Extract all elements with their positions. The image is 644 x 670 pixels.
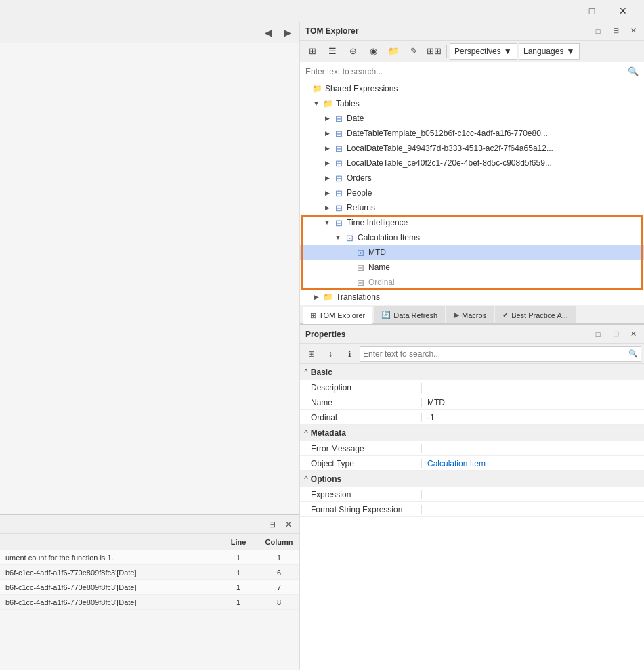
- toolbar-folder-icon[interactable]: 📁: [384, 42, 403, 61]
- props-row-error-message[interactable]: Error Message: [300, 441, 644, 456]
- tab-icon-macros: ▶: [454, 311, 459, 319]
- tree-item-tables[interactable]: ▼📁Tables: [300, 96, 644, 111]
- tab-icon-data-refresh: 🔄: [381, 311, 391, 319]
- props-search-input[interactable]: [363, 349, 628, 359]
- tree-expander-time-intelligence[interactable]: ▼: [322, 215, 332, 230]
- toolbar-list-icon[interactable]: ☰: [323, 42, 342, 61]
- tree-label-mtd: MTD: [368, 248, 386, 257]
- bottom-line: 1: [218, 554, 259, 562]
- props-sort-btn[interactable]: ↕: [322, 345, 339, 363]
- props-row-name[interactable]: Name MTD: [300, 395, 644, 410]
- props-row-expression[interactable]: Expression: [300, 487, 644, 502]
- close-bottom-panel-button[interactable]: ✕: [280, 516, 297, 533]
- tab-best-practice[interactable]: ✔Best Practice A...: [495, 306, 576, 323]
- tree-expander-orders[interactable]: ▶: [322, 171, 332, 185]
- tab-data-refresh[interactable]: 🔄Data Refresh: [374, 306, 445, 323]
- pin-icon[interactable]: ⊟: [264, 516, 280, 533]
- close-button[interactable]: ✕: [607, 0, 639, 22]
- properties-title-bar: Properties □ ⊟ ✕: [300, 325, 644, 344]
- tree-expander-people[interactable]: ▶: [322, 185, 332, 200]
- toolbar-circle-icon[interactable]: ◉: [364, 42, 383, 61]
- props-pin-button[interactable]: ⊟: [607, 326, 624, 342]
- tab-label-data-refresh: Data Refresh: [393, 311, 437, 319]
- props-row-ordinal[interactable]: Ordinal -1: [300, 410, 644, 425]
- props-value-object-type: Calculation Item: [422, 459, 644, 468]
- props-table: ^Basic Description Name MTD Ordinal -1 ^…: [300, 364, 644, 670]
- toolbar-hierarchy-icon[interactable]: ⊕: [343, 42, 362, 61]
- title-bar: – □ ✕: [0, 0, 644, 22]
- tree-expander-datetable1[interactable]: ▶: [322, 126, 332, 141]
- tree-item-calc-items[interactable]: ▼⊡Calculation Items: [300, 230, 644, 245]
- tree-expander-localdatetable1[interactable]: ▶: [322, 141, 332, 156]
- tree-item-datetable1[interactable]: ▶⊞DateTableTemplate_b0512b6f-c1cc-4adf-a…: [300, 126, 644, 141]
- tree-item-translations[interactable]: ▶📁Translations: [300, 290, 644, 305]
- props-close-button[interactable]: ✕: [625, 326, 641, 342]
- bottom-panel-title-bar: ⊟ ✕: [0, 515, 299, 534]
- tree-items-container: 📁Shared Expressions▼📁Tables▶⊞Date▶⊞DateT…: [300, 81, 644, 305]
- back-button[interactable]: ◀: [259, 23, 278, 42]
- tree-icon-localdatetable2: ⊞: [332, 157, 345, 169]
- bottom-rows-container: ument count for the function is 1. 1 1 b…: [0, 550, 299, 610]
- props-section-options[interactable]: ^Options: [300, 471, 644, 487]
- props-restore-button[interactable]: □: [590, 326, 606, 342]
- tree-item-mtd[interactable]: ⊡MTD: [300, 245, 644, 260]
- props-key-format-string-expression: Format String Expression: [300, 505, 422, 514]
- tree-expander-calc-items[interactable]: ▼: [332, 230, 343, 245]
- tom-toolbar: ⊞ ☰ ⊕ ◉ 📁 ✎ ⊞⊞ Perspectives ▼ Languages …: [300, 41, 644, 62]
- maximize-button[interactable]: □: [576, 0, 607, 22]
- props-section-basic[interactable]: ^Basic: [300, 364, 644, 380]
- tree-item-people[interactable]: ▶⊞People: [300, 185, 644, 200]
- toolbar-grid-icon[interactable]: ⊞: [303, 42, 322, 61]
- props-row-description[interactable]: Description: [300, 380, 644, 395]
- props-grid-btn[interactable]: ⊞: [303, 345, 320, 363]
- tree-expander-translations[interactable]: ▶: [311, 290, 322, 305]
- tab-macros[interactable]: ▶Macros: [446, 306, 494, 323]
- props-search-icon: 🔍: [628, 349, 638, 358]
- tree-icon-name: ⊟: [354, 261, 366, 273]
- props-section-metadata[interactable]: ^Metadata: [300, 425, 644, 441]
- tree-expander-returns[interactable]: ▶: [322, 200, 332, 215]
- tree-item-date[interactable]: ▶⊞Date: [300, 111, 644, 126]
- tree-item-orders[interactable]: ▶⊞Orders: [300, 171, 644, 185]
- section-toggle-metadata: ^: [304, 429, 308, 437]
- tree-item-shared-expr[interactable]: 📁Shared Expressions: [300, 81, 644, 96]
- minimize-button[interactable]: –: [545, 0, 576, 22]
- props-row-format-string-expression[interactable]: Format String Expression: [300, 502, 644, 517]
- tree-item-name[interactable]: ⊟Name: [300, 260, 644, 275]
- tom-search-input[interactable]: [303, 67, 625, 76]
- tree-label-translations: Translations: [336, 292, 380, 302]
- bottom-row: b6f-c1cc-4adf-a1f6-770e809f8fc3'[Date] 1…: [0, 565, 299, 580]
- tree-expander-tables[interactable]: ▼: [311, 96, 322, 111]
- column-column-header: Column: [259, 538, 299, 546]
- toolbar-edit-icon[interactable]: ✎: [404, 42, 423, 61]
- tree-item-localdatetable2[interactable]: ▶⊞LocalDateTable_ce40f2c1-720e-4bef-8d5c…: [300, 156, 644, 171]
- tom-search-icon[interactable]: 🔍: [625, 64, 641, 80]
- tab-tom-explorer[interactable]: ⊞TOM Explorer: [303, 307, 372, 324]
- props-info-btn[interactable]: ℹ: [341, 345, 358, 363]
- section-toggle-options: ^: [304, 475, 308, 483]
- toolbar-separator: [446, 45, 447, 58]
- tree-item-time-intelligence[interactable]: ▼⊞Time Intelligence: [300, 215, 644, 230]
- toolbar-columns-icon[interactable]: ⊞⊞: [425, 42, 444, 61]
- languages-dropdown[interactable]: Languages ▼: [519, 43, 580, 60]
- tab-label-best-practice: Best Practice A...: [511, 311, 568, 319]
- tree-expander-placeholder-name: [343, 260, 354, 275]
- tree-item-localdatetable1[interactable]: ▶⊞LocalDateTable_94943f7d-b333-4513-ac2f…: [300, 141, 644, 156]
- tree-item-ordinal[interactable]: ⊟Ordinal: [300, 275, 644, 290]
- tree-item-returns[interactable]: ▶⊞Returns: [300, 200, 644, 215]
- bottom-row: ument count for the function is 1. 1 1: [0, 550, 299, 565]
- tom-pin-button[interactable]: ⊟: [607, 23, 624, 39]
- main-area: ◀ ▶ ⊟ ✕ Line Column ument count for the …: [0, 22, 644, 670]
- tom-explorer-panel: TOM Explorer □ ⊟ ✕ ⊞ ☰ ⊕ ◉ 📁 ✎ ⊞⊞ Perspe…: [300, 22, 644, 324]
- perspectives-label: Perspectives: [454, 47, 501, 56]
- tom-tabs: ⊞TOM Explorer🔄Data Refresh▶Macros✔Best P…: [300, 305, 644, 323]
- props-row-object-type[interactable]: Object Type Calculation Item: [300, 456, 644, 471]
- forward-button[interactable]: ▶: [278, 23, 297, 42]
- bottom-row: b6f-c1cc-4adf-a1f6-770e809f8fc3'[Date] 1…: [0, 595, 299, 610]
- tom-close-button[interactable]: ✕: [625, 23, 641, 39]
- perspectives-dropdown[interactable]: Perspectives ▼: [450, 43, 517, 60]
- tree-expander-localdatetable2[interactable]: ▶: [322, 156, 332, 171]
- tom-restore-button[interactable]: □: [590, 23, 606, 39]
- tree-expander-date[interactable]: ▶: [322, 111, 332, 126]
- tree-label-time-intelligence: Time Intelligence: [347, 218, 408, 227]
